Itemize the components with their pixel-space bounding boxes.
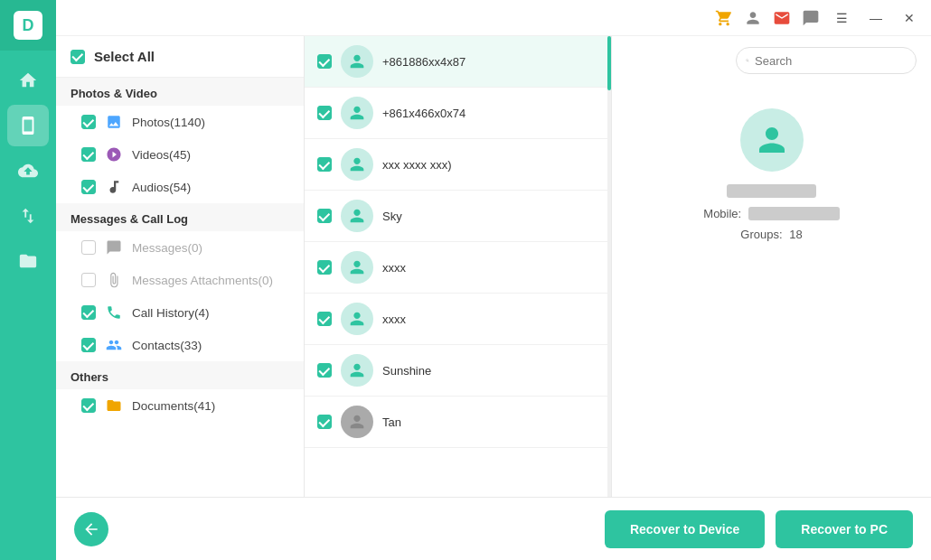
tree-item-documents[interactable]: Documents(41) (56, 389, 304, 422)
nav-item-folder[interactable] (7, 240, 49, 282)
nav-item-device[interactable] (7, 105, 49, 146)
contact-checkbox-7[interactable] (317, 363, 332, 378)
contact-avatar-7 (341, 354, 373, 387)
contact-avatar-3 (341, 148, 373, 181)
back-button[interactable] (74, 512, 108, 546)
user-icon[interactable] (744, 9, 762, 27)
contact-item[interactable]: xxxx (305, 242, 611, 294)
contacts-panel: +861886xx4x87 +861x466x0x74 xxx xx (305, 36, 612, 497)
contact-name-6: xxxx (382, 313, 598, 326)
audios-checkbox[interactable] (81, 180, 96, 194)
contact-checkbox-4[interactable] (317, 209, 332, 223)
contact-checkbox-3[interactable] (317, 157, 332, 172)
title-bar: ☰ — ✕ (56, 0, 931, 36)
search-bar[interactable] (736, 47, 917, 74)
detail-avatar (740, 108, 804, 172)
contact-checkbox-1[interactable] (317, 54, 332, 69)
recover-pc-button[interactable]: Recover to PC (776, 510, 913, 548)
contact-checkbox-6[interactable] (317, 312, 332, 326)
callhistory-label: Call History(4) (132, 306, 210, 320)
select-all-row[interactable]: Select All (56, 36, 304, 78)
mobile-value: +864977834x557 (748, 207, 840, 220)
contact-name-3: xxx xxxx xxx) (382, 158, 598, 172)
main-content: ☰ — ✕ Select All Photos & Video Photos(1… (56, 0, 931, 560)
detail-panel: +864886xx44x57 Mobile: +864977834x557 Gr… (612, 36, 931, 497)
contact-list: +861886xx4x87 +861x466x0x74 xxx xx (305, 36, 611, 497)
nav-items (7, 60, 49, 560)
panels: Select All Photos & Video Photos(1140) V… (56, 36, 931, 497)
bottom-bar: Recover to Device Recover to PC (56, 497, 931, 560)
contact-checkbox-8[interactable] (317, 415, 332, 429)
document-icon (105, 397, 123, 415)
callhistory-checkbox[interactable] (81, 305, 96, 320)
contact-item[interactable]: Sunshine (305, 345, 611, 397)
category-others: Others (56, 361, 304, 389)
app-logo: D (0, 0, 56, 51)
contacts-checkbox[interactable] (81, 338, 96, 352)
contact-checkbox-2[interactable] (317, 106, 332, 120)
minimize-button[interactable]: — (864, 9, 888, 27)
contact-icon (105, 336, 123, 354)
tree-item-photos[interactable]: Photos(1140) (56, 106, 304, 138)
nav-item-backup[interactable] (7, 150, 49, 191)
mail-icon[interactable] (773, 9, 791, 27)
tree-item-attachments[interactable]: Messages Attachments(0) (56, 264, 304, 296)
search-icon (746, 54, 749, 67)
recover-device-button[interactable]: Recover to Device (605, 510, 765, 548)
attachments-checkbox[interactable] (81, 273, 96, 287)
tree-item-messages[interactable]: Messages(0) (56, 231, 304, 264)
contact-checkbox-5[interactable] (317, 260, 332, 275)
detail-info: Mobile: +864977834x557 Groups: 18 (703, 203, 839, 246)
contact-item[interactable]: +861x466x0x74 (305, 88, 611, 139)
contact-avatar-6 (341, 303, 373, 335)
select-all-label: Select All (94, 49, 155, 64)
photos-label: Photos(1140) (132, 116, 205, 129)
contact-avatar-4 (341, 200, 373, 232)
search-input[interactable] (755, 54, 907, 68)
documents-label: Documents(41) (132, 399, 215, 413)
contact-avatar-8 (341, 406, 373, 438)
photo-icon (105, 113, 123, 131)
menu-button[interactable]: ☰ (831, 9, 853, 27)
contact-item[interactable]: xxx xxxx xxx) (305, 139, 611, 191)
contact-item[interactable]: Tan (305, 397, 611, 448)
contact-item[interactable]: Sky (305, 191, 611, 242)
contact-avatar-2 (341, 97, 373, 129)
messages-checkbox[interactable] (81, 240, 96, 255)
contact-name-7: Sunshine (382, 364, 598, 378)
tree-item-callhistory[interactable]: Call History(4) (56, 296, 304, 329)
contact-detail: +864886xx44x57 Mobile: +864977834x557 Gr… (703, 108, 839, 246)
contact-name-5: xxxx (382, 261, 598, 275)
sidebar: D (0, 0, 56, 560)
attachments-label: Messages Attachments(0) (132, 274, 273, 287)
contact-name-1: +861886xx4x87 (382, 55, 598, 69)
chat-icon[interactable] (802, 9, 820, 27)
left-panel: Select All Photos & Video Photos(1140) V… (56, 36, 305, 497)
nav-item-transfer[interactable] (7, 195, 49, 237)
tree-item-audios[interactable]: Audios(54) (56, 171, 304, 203)
tree-item-videos[interactable]: Videos(45) (56, 138, 304, 171)
tree-item-contacts[interactable]: Contacts(33) (56, 329, 304, 361)
detail-phone-display: +864886xx44x57 (727, 184, 816, 198)
message-icon (105, 238, 123, 257)
cart-icon[interactable] (715, 9, 733, 27)
nav-item-home[interactable] (7, 60, 49, 101)
photos-checkbox[interactable] (81, 115, 96, 129)
action-buttons: Recover to Device Recover to PC (605, 510, 913, 548)
videos-label: Videos(45) (132, 148, 191, 162)
audios-label: Audios(54) (132, 181, 191, 194)
contacts-label: Contacts(33) (132, 339, 202, 352)
documents-checkbox[interactable] (81, 398, 96, 413)
contact-item[interactable]: +861886xx4x87 (305, 36, 611, 88)
logo-text: D (14, 11, 42, 40)
mobile-label: Mobile: (703, 207, 741, 220)
contact-name-8: Tan (382, 415, 598, 429)
contact-item[interactable]: xxxx (305, 294, 611, 345)
videos-checkbox[interactable] (81, 147, 96, 162)
messages-label: Messages(0) (132, 241, 202, 255)
attachment-icon (105, 271, 123, 289)
call-icon (105, 303, 123, 322)
category-messages: Messages & Call Log (56, 203, 304, 231)
select-all-checkbox[interactable] (71, 50, 85, 64)
close-button[interactable]: ✕ (898, 9, 920, 27)
